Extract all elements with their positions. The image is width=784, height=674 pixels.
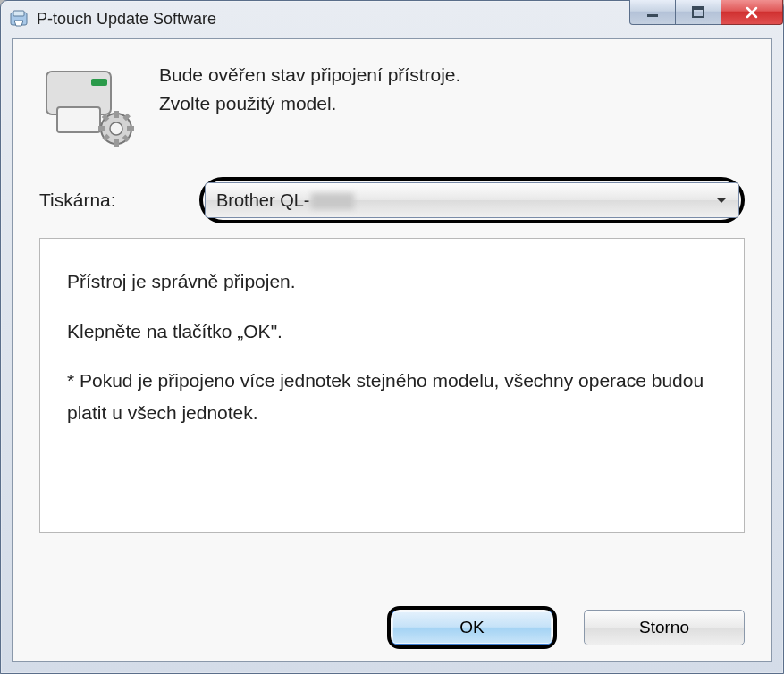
titlebar: P-touch Update Software (1, 1, 783, 37)
minimize-icon (646, 6, 659, 19)
header-text: Bude ověřen stav připojení přístroje. Zv… (159, 61, 460, 117)
svg-rect-12 (127, 126, 134, 131)
minimize-button[interactable] (629, 0, 676, 25)
svg-rect-9 (114, 111, 119, 118)
printer-model-obscured (311, 193, 354, 209)
printer-select-highlight: Brother QL- (199, 177, 745, 223)
printer-select[interactable]: Brother QL- (205, 182, 739, 218)
status-message-box: Přístroj je správně připojen. Klepněte n… (39, 238, 745, 533)
close-button[interactable] (721, 0, 783, 25)
header-section: Bude ověřen stav připojení přístroje. Zv… (13, 39, 771, 168)
svg-point-17 (110, 122, 122, 135)
printer-select-value: Brother QL- (216, 190, 354, 211)
status-line-3: * Pokud je připojeno více jednotek stejn… (67, 365, 717, 428)
status-line-1: Přístroj je správně připojen. (67, 265, 717, 298)
svg-rect-6 (91, 79, 107, 86)
app-window: P-touch Update Software (0, 0, 784, 674)
ok-button-highlight: OK (387, 606, 557, 649)
window-controls (630, 0, 783, 25)
button-row: OK Storno (387, 606, 745, 649)
svg-rect-1 (13, 11, 24, 16)
svg-rect-4 (693, 7, 704, 10)
client-area: Bude ověřen stav připojení přístroje. Zv… (12, 38, 772, 662)
app-icon (8, 8, 30, 29)
close-icon (744, 6, 760, 19)
ok-button[interactable]: OK (392, 611, 552, 645)
svg-rect-10 (114, 139, 119, 147)
header-line-1: Bude ověřen stav připojení přístroje. (159, 61, 460, 89)
printer-gear-icon (39, 61, 138, 150)
maximize-button[interactable] (675, 0, 721, 25)
svg-rect-11 (98, 126, 105, 131)
maximize-icon (692, 6, 704, 19)
status-line-2: Klepněte na tlačítko „OK". (67, 316, 717, 348)
chevron-down-icon (715, 192, 728, 208)
svg-rect-7 (57, 107, 100, 132)
cancel-button[interactable]: Storno (584, 610, 745, 645)
printer-select-prefix: Brother QL- (216, 190, 309, 210)
header-line-2: Zvolte použitý model. (159, 89, 460, 118)
printer-label: Tiskárna: (39, 190, 187, 211)
svg-rect-2 (647, 14, 658, 17)
printer-row: Tiskárna: Brother QL- (13, 168, 771, 238)
